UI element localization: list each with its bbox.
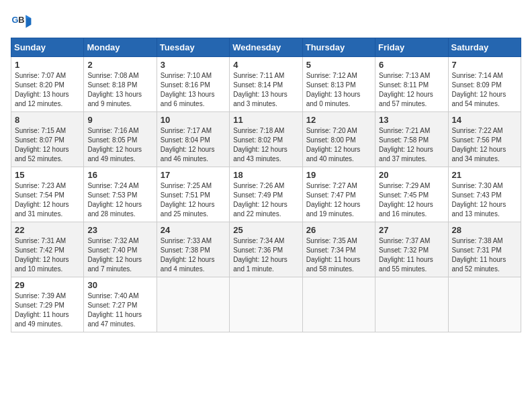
day-number: 14 xyxy=(452,115,517,125)
day-cell: 3Sunrise: 7:10 AM Sunset: 8:16 PM Daylig… xyxy=(157,57,229,112)
day-number: 17 xyxy=(161,170,226,180)
day-cell xyxy=(375,277,448,332)
day-info: Sunrise: 7:31 AM Sunset: 7:42 PM Dayligh… xyxy=(15,236,80,274)
header-cell-wednesday: Wednesday xyxy=(230,38,302,57)
calendar-header: SundayMondayTuesdayWednesdayThursdayFrid… xyxy=(11,38,521,57)
day-cell: 17Sunrise: 7:25 AM Sunset: 7:51 PM Dayli… xyxy=(157,167,229,222)
header-row: SundayMondayTuesdayWednesdayThursdayFrid… xyxy=(11,38,521,57)
day-info: Sunrise: 7:30 AM Sunset: 7:43 PM Dayligh… xyxy=(452,181,517,219)
day-info: Sunrise: 7:17 AM Sunset: 8:04 PM Dayligh… xyxy=(161,126,226,164)
day-cell: 25Sunrise: 7:34 AM Sunset: 7:36 PM Dayli… xyxy=(230,222,302,277)
day-info: Sunrise: 7:38 AM Sunset: 7:31 PM Dayligh… xyxy=(452,236,517,274)
day-info: Sunrise: 7:34 AM Sunset: 7:36 PM Dayligh… xyxy=(233,236,298,274)
day-cell: 9Sunrise: 7:16 AM Sunset: 8:05 PM Daylig… xyxy=(84,112,157,167)
logo: G B xyxy=(11,11,35,32)
day-info: Sunrise: 7:33 AM Sunset: 7:38 PM Dayligh… xyxy=(161,236,226,274)
day-number: 1 xyxy=(15,60,80,70)
day-number: 26 xyxy=(306,225,371,235)
svg-text:B: B xyxy=(18,15,24,25)
week-row-2: 8Sunrise: 7:15 AM Sunset: 8:07 PM Daylig… xyxy=(11,112,521,167)
day-info: Sunrise: 7:10 AM Sunset: 8:16 PM Dayligh… xyxy=(161,71,226,109)
day-cell: 22Sunrise: 7:31 AM Sunset: 7:42 PM Dayli… xyxy=(11,222,84,277)
day-cell xyxy=(302,277,375,332)
day-cell: 15Sunrise: 7:23 AM Sunset: 7:54 PM Dayli… xyxy=(11,167,84,222)
day-info: Sunrise: 7:40 AM Sunset: 7:27 PM Dayligh… xyxy=(87,291,152,329)
day-number: 5 xyxy=(306,60,371,70)
day-cell: 20Sunrise: 7:29 AM Sunset: 7:45 PM Dayli… xyxy=(375,167,448,222)
day-cell: 16Sunrise: 7:24 AM Sunset: 7:53 PM Dayli… xyxy=(84,167,157,222)
day-cell: 24Sunrise: 7:33 AM Sunset: 7:38 PM Dayli… xyxy=(157,222,229,277)
day-info: Sunrise: 7:25 AM Sunset: 7:51 PM Dayligh… xyxy=(161,181,226,219)
day-number: 9 xyxy=(87,115,152,125)
day-info: Sunrise: 7:37 AM Sunset: 7:32 PM Dayligh… xyxy=(379,236,444,274)
header-cell-sunday: Sunday xyxy=(11,38,84,57)
day-cell: 10Sunrise: 7:17 AM Sunset: 8:04 PM Dayli… xyxy=(157,112,229,167)
day-info: Sunrise: 7:07 AM Sunset: 8:20 PM Dayligh… xyxy=(15,71,80,109)
day-info: Sunrise: 7:12 AM Sunset: 8:13 PM Dayligh… xyxy=(306,71,371,109)
day-info: Sunrise: 7:08 AM Sunset: 8:18 PM Dayligh… xyxy=(87,71,152,109)
day-cell: 12Sunrise: 7:20 AM Sunset: 8:00 PM Dayli… xyxy=(302,112,375,167)
day-info: Sunrise: 7:18 AM Sunset: 8:02 PM Dayligh… xyxy=(233,126,298,164)
day-cell: 18Sunrise: 7:26 AM Sunset: 7:49 PM Dayli… xyxy=(230,167,302,222)
day-cell: 21Sunrise: 7:30 AM Sunset: 7:43 PM Dayli… xyxy=(448,167,521,222)
day-number: 30 xyxy=(87,280,152,290)
svg-marker-3 xyxy=(26,15,31,18)
day-info: Sunrise: 7:15 AM Sunset: 8:07 PM Dayligh… xyxy=(15,126,80,164)
day-cell: 26Sunrise: 7:35 AM Sunset: 7:34 PM Dayli… xyxy=(302,222,375,277)
day-cell: 2Sunrise: 7:08 AM Sunset: 8:18 PM Daylig… xyxy=(84,57,157,112)
day-cell xyxy=(230,277,302,332)
day-cell: 14Sunrise: 7:22 AM Sunset: 7:56 PM Dayli… xyxy=(448,112,521,167)
day-info: Sunrise: 7:26 AM Sunset: 7:49 PM Dayligh… xyxy=(233,181,298,219)
day-number: 3 xyxy=(161,60,226,70)
calendar-table: SundayMondayTuesdayWednesdayThursdayFrid… xyxy=(11,38,521,332)
day-number: 2 xyxy=(87,60,152,70)
week-row-4: 22Sunrise: 7:31 AM Sunset: 7:42 PM Dayli… xyxy=(11,222,521,277)
day-info: Sunrise: 7:22 AM Sunset: 7:56 PM Dayligh… xyxy=(452,126,517,164)
day-cell: 30Sunrise: 7:40 AM Sunset: 7:27 PM Dayli… xyxy=(84,277,157,332)
header-cell-thursday: Thursday xyxy=(302,38,375,57)
header-cell-friday: Friday xyxy=(375,38,448,57)
day-number: 19 xyxy=(306,170,371,180)
day-number: 21 xyxy=(452,170,517,180)
day-cell: 11Sunrise: 7:18 AM Sunset: 8:02 PM Dayli… xyxy=(230,112,302,167)
day-cell: 5Sunrise: 7:12 AM Sunset: 8:13 PM Daylig… xyxy=(302,57,375,112)
day-number: 29 xyxy=(15,280,80,290)
day-number: 18 xyxy=(233,170,298,180)
day-cell: 1Sunrise: 7:07 AM Sunset: 8:20 PM Daylig… xyxy=(11,57,84,112)
day-cell: 19Sunrise: 7:27 AM Sunset: 7:47 PM Dayli… xyxy=(302,167,375,222)
day-number: 25 xyxy=(233,225,298,235)
logo-icon: G B xyxy=(11,11,32,32)
day-info: Sunrise: 7:16 AM Sunset: 8:05 PM Dayligh… xyxy=(87,126,152,164)
day-info: Sunrise: 7:29 AM Sunset: 7:45 PM Dayligh… xyxy=(379,181,444,219)
day-number: 8 xyxy=(15,115,80,125)
day-cell: 13Sunrise: 7:21 AM Sunset: 7:58 PM Dayli… xyxy=(375,112,448,167)
day-cell: 23Sunrise: 7:32 AM Sunset: 7:40 PM Dayli… xyxy=(84,222,157,277)
day-cell xyxy=(157,277,229,332)
day-info: Sunrise: 7:39 AM Sunset: 7:29 PM Dayligh… xyxy=(15,291,80,329)
calendar-body: 1Sunrise: 7:07 AM Sunset: 8:20 PM Daylig… xyxy=(11,57,521,332)
day-cell: 7Sunrise: 7:14 AM Sunset: 8:09 PM Daylig… xyxy=(448,57,521,112)
day-info: Sunrise: 7:27 AM Sunset: 7:47 PM Dayligh… xyxy=(306,181,371,219)
svg-text:G: G xyxy=(12,15,19,25)
day-number: 28 xyxy=(452,225,517,235)
day-number: 20 xyxy=(379,170,444,180)
day-cell: 8Sunrise: 7:15 AM Sunset: 8:07 PM Daylig… xyxy=(11,112,84,167)
header-cell-tuesday: Tuesday xyxy=(157,38,229,57)
day-cell: 6Sunrise: 7:13 AM Sunset: 8:11 PM Daylig… xyxy=(375,57,448,112)
day-info: Sunrise: 7:20 AM Sunset: 8:00 PM Dayligh… xyxy=(306,126,371,164)
week-row-5: 29Sunrise: 7:39 AM Sunset: 7:29 PM Dayli… xyxy=(11,277,521,332)
day-number: 7 xyxy=(452,60,517,70)
header-cell-monday: Monday xyxy=(84,38,157,57)
day-number: 23 xyxy=(87,225,152,235)
day-info: Sunrise: 7:21 AM Sunset: 7:58 PM Dayligh… xyxy=(379,126,444,164)
day-number: 12 xyxy=(306,115,371,125)
header-cell-saturday: Saturday xyxy=(448,38,521,57)
day-cell: 28Sunrise: 7:38 AM Sunset: 7:31 PM Dayli… xyxy=(448,222,521,277)
day-info: Sunrise: 7:35 AM Sunset: 7:34 PM Dayligh… xyxy=(306,236,371,274)
day-number: 10 xyxy=(161,115,226,125)
week-row-1: 1Sunrise: 7:07 AM Sunset: 8:20 PM Daylig… xyxy=(11,57,521,112)
day-cell xyxy=(448,277,521,332)
day-info: Sunrise: 7:11 AM Sunset: 8:14 PM Dayligh… xyxy=(233,71,298,109)
day-number: 24 xyxy=(161,225,226,235)
day-info: Sunrise: 7:14 AM Sunset: 8:09 PM Dayligh… xyxy=(452,71,517,109)
